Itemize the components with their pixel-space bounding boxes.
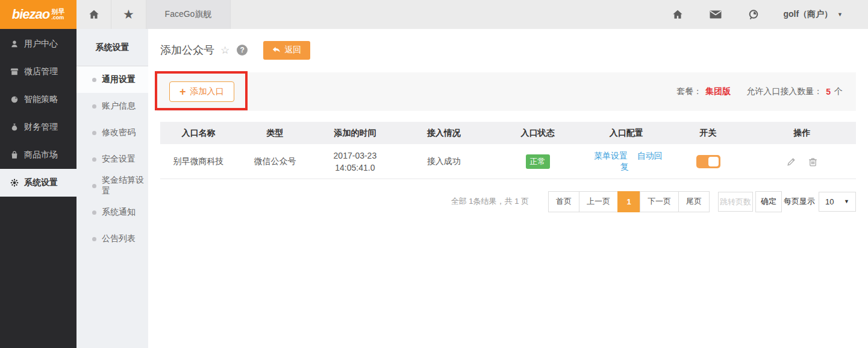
- plan-value: 集团版: [705, 86, 731, 97]
- topbar-right: golf（商户） ▼: [646, 0, 868, 29]
- back-arrow-icon: [272, 46, 281, 54]
- per-page-select[interactable]: 10 ▼: [819, 192, 856, 212]
- cell-switch: [668, 145, 748, 179]
- brand-logo-text: biezao: [12, 7, 49, 22]
- user-menu-label: golf（商户）: [783, 9, 832, 20]
- back-button[interactable]: 返回: [263, 41, 310, 60]
- edit-icon[interactable]: [786, 157, 796, 167]
- nav-favorites-button[interactable]: ★: [111, 0, 146, 29]
- quota-label: 允许入口接入数量：: [746, 86, 822, 97]
- subsidebar-item-security-settings[interactable]: 安全设置: [76, 146, 148, 172]
- confirm-button[interactable]: 确定: [755, 191, 782, 212]
- subsidebar-item-label: 通用设置: [102, 74, 136, 85]
- subsidebar-item-general-settings[interactable]: 通用设置: [76, 66, 148, 93]
- sidebar-item-goods-market[interactable]: 商品市场: [0, 141, 76, 169]
- subsidebar-item-system-notice[interactable]: 系统通知: [76, 199, 148, 226]
- sidebar-item-shop-management[interactable]: 微店管理: [0, 58, 76, 86]
- last-page-button[interactable]: 尾页: [678, 191, 710, 212]
- col-entry-name: 入口名称: [160, 122, 237, 145]
- toggle-knob: [708, 157, 719, 166]
- sidebar-item-finance-management[interactable]: 财务管理: [0, 113, 76, 141]
- subsidebar-item-account-info[interactable]: 账户信息: [76, 93, 148, 119]
- bullet-icon: [92, 78, 96, 82]
- main-content: 添加公众号 ☆ ? 返回 + 添加入口 套餐： 集团版 允许入口接入数量： 5 …: [148, 29, 868, 348]
- bullet-icon: [92, 210, 96, 215]
- sidebar-item-label: 智能策略: [24, 94, 58, 105]
- bullet-icon: [92, 237, 96, 241]
- per-page-value: 10: [825, 197, 834, 206]
- pagination: 全部 1条结果，共 1 页 首页 上一页 1 下一页 尾页 确定 每页显示 10…: [160, 191, 856, 212]
- jump-page-input[interactable]: [718, 192, 753, 212]
- home-icon: [89, 9, 99, 20]
- brand-logo-domain: .com: [51, 15, 64, 21]
- secondary-sidebar: 系统设置 通用设置 账户信息 修改密码 安全设置 奖金结算设置 系统通知 公告列…: [76, 29, 148, 348]
- subsidebar-item-label: 修改密码: [102, 127, 136, 138]
- col-entry-state: 入口状态: [491, 122, 585, 145]
- user-menu[interactable]: golf（商户） ▼: [783, 9, 843, 20]
- first-page-button[interactable]: 首页: [548, 191, 579, 212]
- add-entry-button-label: 添加入口: [190, 86, 224, 97]
- nav-home-button[interactable]: [76, 0, 111, 29]
- entry-toggle[interactable]: [696, 155, 720, 168]
- col-access-status: 接入情况: [397, 122, 491, 145]
- sidebar-item-label: 微店管理: [24, 66, 58, 77]
- next-page-button[interactable]: 下一页: [640, 191, 679, 212]
- workspace-tab[interactable]: FaceGo旗舰: [146, 0, 231, 29]
- plan-label: 套餐：: [676, 86, 702, 97]
- prev-page-button[interactable]: 上一页: [579, 191, 618, 212]
- per-page-label: 每页显示: [784, 196, 815, 207]
- cell-access-status: 接入成功: [397, 145, 491, 179]
- sidebar-item-user-center[interactable]: 用户中心: [0, 30, 76, 58]
- home-icon[interactable]: [672, 9, 683, 20]
- primary-sidebar: 用户中心 微店管理 智能策略 财务管理 商品市场 系统设置: [0, 29, 76, 348]
- workspace-tab-label: FaceGo旗舰: [165, 9, 212, 20]
- subsidebar-item-bonus-settlement[interactable]: 奖金结算设置: [76, 172, 148, 199]
- subsidebar-item-label: 公告列表: [102, 233, 136, 244]
- chevron-down-icon: ▼: [837, 11, 843, 17]
- menu-settings-link[interactable]: 菜单设置: [594, 151, 628, 160]
- toolbar: + 添加入口 套餐： 集团版 允许入口接入数量： 5 个: [157, 72, 856, 111]
- shop-icon: [10, 68, 19, 76]
- brand-logo[interactable]: biezao 别早 .com: [0, 0, 76, 29]
- cell-type: 微信公众号: [237, 145, 313, 179]
- cell-actions: [748, 145, 856, 179]
- table-row: 别早微商科技 微信公众号 2017-03-23 14:05:41.0 接入成功 …: [160, 145, 856, 179]
- cell-added-time: 2017-03-23 14:05:41.0: [313, 145, 397, 179]
- col-entry-config: 入口配置: [585, 122, 669, 145]
- subsidebar-item-label: 账户信息: [102, 101, 136, 112]
- finance-icon: [10, 123, 19, 131]
- mail-icon[interactable]: [710, 10, 722, 19]
- subsidebar-item-announcement-list[interactable]: 公告列表: [76, 226, 148, 252]
- sidebar-item-system-settings[interactable]: 系统设置: [0, 169, 76, 197]
- sidebar-item-smart-strategy[interactable]: 智能策略: [0, 86, 76, 113]
- table-header-row: 入口名称 类型 添加的时间 接入情况 入口状态 入口配置 开关 操作: [160, 122, 856, 145]
- star-icon: ★: [123, 7, 134, 22]
- status-badge: 正常: [526, 154, 550, 169]
- results-summary: 全部 1条结果，共 1 页: [451, 196, 529, 207]
- favorite-star-icon[interactable]: ☆: [220, 44, 229, 57]
- subsidebar-item-change-password[interactable]: 修改密码: [76, 119, 148, 146]
- col-type: 类型: [237, 122, 313, 145]
- secondary-sidebar-title: 系统设置: [76, 29, 148, 66]
- cell-entry-name: 别早微商科技: [160, 145, 237, 179]
- col-actions: 操作: [748, 122, 856, 145]
- plan-info: 套餐： 集团版 允许入口接入数量： 5 个: [676, 86, 856, 97]
- sidebar-item-label: 商品市场: [24, 150, 58, 160]
- plus-icon: +: [180, 86, 186, 97]
- col-added-time: 添加的时间: [313, 122, 397, 145]
- sidebar-item-label: 系统设置: [24, 177, 58, 188]
- added-date: 2017-03-23: [313, 150, 397, 162]
- delete-icon[interactable]: [808, 157, 818, 167]
- entries-table: 入口名称 类型 添加的时间 接入情况 入口状态 入口配置 开关 操作 别早微商科…: [160, 122, 856, 179]
- help-icon[interactable]: ?: [237, 45, 248, 55]
- current-page-button[interactable]: 1: [617, 191, 640, 212]
- bullet-icon: [92, 184, 96, 188]
- top-bar: biezao 别早 .com ★ FaceGo旗舰 golf（商户） ▼: [0, 0, 868, 29]
- sidebar-item-label: 用户中心: [24, 39, 58, 49]
- added-time: 14:05:41.0: [313, 162, 397, 174]
- support-icon[interactable]: [748, 9, 759, 20]
- chevron-down-icon: ▼: [844, 198, 849, 204]
- page-title: 添加公众号: [160, 43, 214, 57]
- sidebar-item-label: 财务管理: [24, 122, 58, 133]
- add-entry-button[interactable]: + 添加入口: [169, 81, 234, 102]
